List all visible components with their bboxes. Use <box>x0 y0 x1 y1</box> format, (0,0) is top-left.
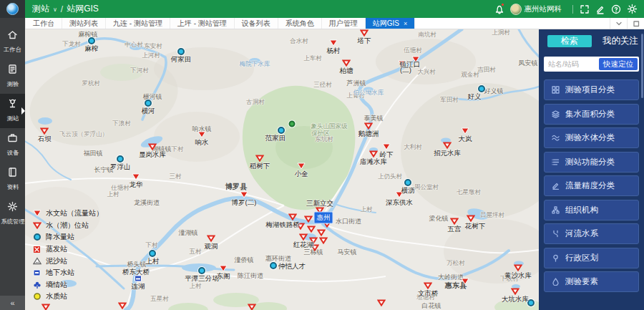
station-marker-hydro[interactable] <box>297 163 306 170</box>
map-label-town: 芦洲镇 <box>347 79 366 88</box>
sidebar-item-3[interactable]: 设备 <box>0 128 25 163</box>
quick-locate-button[interactable]: 快速定位 <box>599 58 638 70</box>
category-button-3[interactable]: 测站功能分类 <box>544 152 639 173</box>
chevron-down-icon[interactable]: ∨ <box>53 6 57 13</box>
station-marker-level[interactable] <box>319 237 328 244</box>
username[interactable]: 惠州站网科 <box>525 4 562 14</box>
tab-item-5[interactable]: 系统角色 <box>278 18 322 29</box>
station-marker-hydro[interactable] <box>132 173 140 180</box>
station-marker-hydro[interactable] <box>197 131 206 138</box>
category-button-2[interactable]: 测验水体分类 <box>544 127 639 148</box>
station-marker-rain[interactable] <box>117 155 124 163</box>
station-label: 响水 <box>195 138 209 147</box>
station-marker-level[interactable] <box>148 143 157 150</box>
sidebar-item-label: 测验 <box>6 80 19 89</box>
category-button-5[interactable]: 组织机构 <box>544 200 639 221</box>
station-marker-rain[interactable] <box>88 37 95 44</box>
map-label-village: 观金村 <box>461 71 479 79</box>
station-marker-level[interactable] <box>299 233 308 241</box>
map-label-village: 下河村 <box>130 67 149 75</box>
sidebar-item-2[interactable]: 测站 <box>0 94 25 128</box>
station-marker-level[interactable] <box>207 235 215 242</box>
station-marker-level[interactable] <box>467 215 475 222</box>
station-marker-rain[interactable] <box>149 250 156 257</box>
station-marker-level[interactable] <box>342 59 351 67</box>
station-marker-hydro[interactable] <box>329 39 338 47</box>
sidebar-item-4[interactable]: 资料 <box>0 163 25 197</box>
tabs-restore-icon[interactable] <box>627 18 644 29</box>
station-marker-level[interactable] <box>443 142 452 149</box>
map-label-station: (二) <box>400 66 411 75</box>
branch-icon <box>552 230 560 238</box>
station-marker-rain[interactable] <box>270 262 277 269</box>
station-marker-level[interactable] <box>255 155 264 162</box>
station-marker-hydro[interactable] <box>219 265 228 272</box>
sidebar-item-label: 设备 <box>6 149 19 158</box>
station-marker-level[interactable] <box>288 213 297 221</box>
sidebar-item-1[interactable]: 测验 <box>0 59 25 94</box>
notification-bell-icon[interactable] <box>492 0 507 18</box>
avatar[interactable] <box>510 4 522 15</box>
station-marker-rain[interactable] <box>177 48 185 55</box>
close-icon[interactable]: × <box>404 20 407 27</box>
sidebar-collapse-button[interactable]: « <box>0 296 25 310</box>
sidebar-item-0[interactable]: 工作台 <box>0 25 25 59</box>
station-search-input[interactable] <box>545 60 599 68</box>
map-label-village: 周公堂村 <box>414 183 439 192</box>
station-marker-rain[interactable] <box>478 85 485 92</box>
station-marker-level[interactable] <box>450 218 459 225</box>
station-marker-level[interactable] <box>360 29 369 37</box>
station-marker-hydro[interactable] <box>382 143 391 150</box>
help-icon[interactable] <box>608 0 624 18</box>
tab-item-0[interactable]: 工作台 <box>25 18 62 29</box>
sidebar-item-5[interactable]: 系统管理 <box>0 197 25 231</box>
category-button-0[interactable]: 测验项目分类 <box>544 79 639 100</box>
station-marker-level[interactable] <box>42 304 50 310</box>
category-button-6[interactable]: 河流水系 <box>544 223 639 244</box>
tab-item-6[interactable]: 用户管理 <box>322 18 366 29</box>
station-marker-level[interactable] <box>511 288 519 295</box>
station-marker-level[interactable] <box>377 299 386 306</box>
panel-scrollbar[interactable] <box>641 34 643 98</box>
tab-item-4[interactable]: 设备列表 <box>235 18 278 29</box>
station-marker-rain[interactable] <box>404 179 411 186</box>
category-button-7[interactable]: 行政区划 <box>544 248 639 268</box>
station-marker-level[interactable] <box>364 122 373 130</box>
settings-gear-icon[interactable] <box>624 0 640 18</box>
category-button-4[interactable]: 流量精度分类 <box>544 175 639 196</box>
map-canvas[interactable]: 水文站（流量站）水（潮）位站降水量站蒸发站泥沙站地下水站墒情站水质站 麻榨镇下龙… <box>25 29 539 310</box>
station-marker-level[interactable] <box>118 302 127 309</box>
station-marker-level[interactable] <box>514 264 522 271</box>
app-logo[interactable] <box>0 0 25 18</box>
station-marker-hydro[interactable] <box>461 278 469 285</box>
tab-search[interactable]: 检索 <box>547 35 592 47</box>
station-marker-rain[interactable] <box>278 127 285 134</box>
station-marker-rain[interactable] <box>198 267 205 274</box>
category-label: 行政区划 <box>565 253 598 263</box>
station-label: 文市桥 <box>418 289 439 299</box>
tab-item-2[interactable]: 九连 - 测站管理 <box>106 18 170 29</box>
category-button-8[interactable]: 测验要素 <box>544 271 639 292</box>
station-marker-level[interactable] <box>304 215 313 223</box>
tab-item-1[interactable]: 测站列表 <box>62 18 106 29</box>
station-label: 杨村 <box>327 47 341 56</box>
tab-my-follow[interactable]: 我的关注 <box>602 35 638 47</box>
station-marker-level[interactable] <box>248 304 256 310</box>
tabs-chevron-down-icon[interactable] <box>610 18 627 29</box>
station-marker-hydro[interactable] <box>240 191 248 198</box>
station-marker-level[interactable] <box>40 127 49 135</box>
breadcrumb-app[interactable]: 测站 <box>32 3 49 15</box>
fullscreen-icon[interactable] <box>577 0 592 18</box>
station-marker-level[interactable] <box>424 282 432 289</box>
station-marker-level[interactable] <box>307 226 316 233</box>
station-marker-green[interactable] <box>289 121 296 127</box>
station-marker-hydro[interactable] <box>461 127 469 135</box>
station-marker-level[interactable] <box>317 229 326 236</box>
station-marker-rain[interactable] <box>145 100 152 107</box>
selected-station-chip[interactable]: 惠州 <box>314 212 333 224</box>
tab-item-3[interactable]: 上坪 - 测站管理 <box>170 18 235 29</box>
edit-icon[interactable] <box>592 0 608 18</box>
tab-item-active[interactable]: 站网GIS× <box>366 18 416 29</box>
station-marker-level[interactable] <box>369 150 378 158</box>
category-button-1[interactable]: 集水面积分类 <box>544 104 639 125</box>
